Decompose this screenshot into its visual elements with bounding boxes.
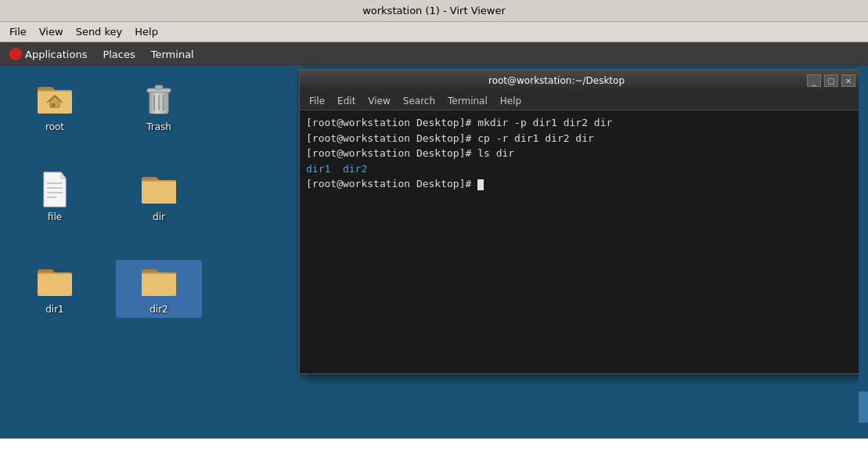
tmenu-file[interactable]: File [303, 94, 331, 108]
desktop-icon-dir1[interactable]: dir1 [20, 260, 90, 318]
tmenu-terminal[interactable]: Terminal [441, 94, 494, 108]
desktop-icon-trash[interactable]: Trash [124, 78, 194, 135]
tmenu-help[interactable]: Help [494, 94, 528, 108]
term-line-5: [root@workstation Desktop]# [306, 176, 855, 192]
menu-view[interactable]: View [33, 24, 70, 39]
tmenu-view[interactable]: View [362, 94, 396, 108]
folder-icon-dir [140, 171, 178, 208]
scroll-thumb [859, 392, 868, 423]
app-menubar: File View Send key Help [0, 22, 868, 42]
places-menu[interactable]: Places [96, 47, 141, 62]
icon-label-file: file [48, 211, 62, 222]
icon-label-dir1: dir1 [45, 304, 64, 315]
tmenu-edit[interactable]: Edit [331, 94, 362, 108]
folder-icon [36, 81, 74, 118]
menu-file[interactable]: File [3, 24, 33, 39]
terminal-window: root@workstation:~/Desktop _ □ ✕ File Ed… [299, 69, 863, 374]
desktop-icon-dir[interactable]: dir [124, 168, 194, 226]
terminal-body[interactable]: [root@workstation Desktop]# mkdir -p dir… [300, 110, 862, 374]
window-title: workstation (1) - Virt Viewer [362, 5, 506, 16]
window-controls: _ □ ✕ [807, 74, 855, 87]
gnome-panel: Applications Places Terminal [0, 42, 868, 66]
tmenu-search[interactable]: Search [397, 94, 441, 108]
virt-viewer-titlebar: workstation (1) - Virt Viewer [0, 0, 868, 22]
minimize-button[interactable]: _ [807, 74, 821, 87]
redhat-icon [9, 48, 22, 60]
close-button[interactable]: ✕ [841, 74, 855, 87]
desktop: Applications Places Terminal root [0, 42, 868, 439]
menu-help[interactable]: Help [128, 24, 164, 39]
icon-label-dir: dir [153, 211, 165, 222]
terminal-menubar: File Edit View Search Terminal Help [300, 92, 862, 110]
term-line-4: dir1 dir2 [306, 161, 855, 177]
maximize-button[interactable]: □ [824, 74, 838, 87]
terminal-cursor [477, 179, 484, 190]
icon-label-root: root [45, 121, 64, 132]
terminal-label: Terminal [151, 49, 194, 60]
svg-rect-0 [52, 103, 55, 107]
desktop-icon-file[interactable]: file [20, 168, 90, 226]
trash-icon [143, 81, 175, 118]
applications-label: Applications [25, 49, 87, 60]
svg-rect-4 [155, 85, 163, 89]
menu-sendkey[interactable]: Send key [70, 24, 129, 39]
terminal-title: root@workstation:~/Desktop [306, 75, 807, 86]
term-line-2: [root@workstation Desktop]# cp -r dir1 d… [306, 131, 855, 146]
desktop-icon-dir2[interactable]: dir2 [116, 260, 202, 318]
desktop-icon-root[interactable]: root [20, 78, 90, 135]
file-icon [39, 171, 70, 208]
terminal-titlebar: root@workstation:~/Desktop _ □ ✕ [300, 70, 862, 92]
term-line-3: [root@workstation Desktop]# ls dir [306, 146, 855, 161]
icon-label-trash: Trash [146, 121, 171, 132]
places-label: Places [103, 49, 135, 60]
desktop-scrollbar[interactable] [859, 66, 868, 439]
folder-icon-dir2 [140, 263, 178, 301]
terminal-menu[interactable]: Terminal [145, 47, 200, 62]
folder-icon-dir1 [36, 263, 74, 301]
applications-menu[interactable]: Applications [3, 46, 93, 62]
term-line-1: [root@workstation Desktop]# mkdir -p dir… [306, 115, 855, 131]
icon-label-dir2: dir2 [149, 304, 168, 315]
